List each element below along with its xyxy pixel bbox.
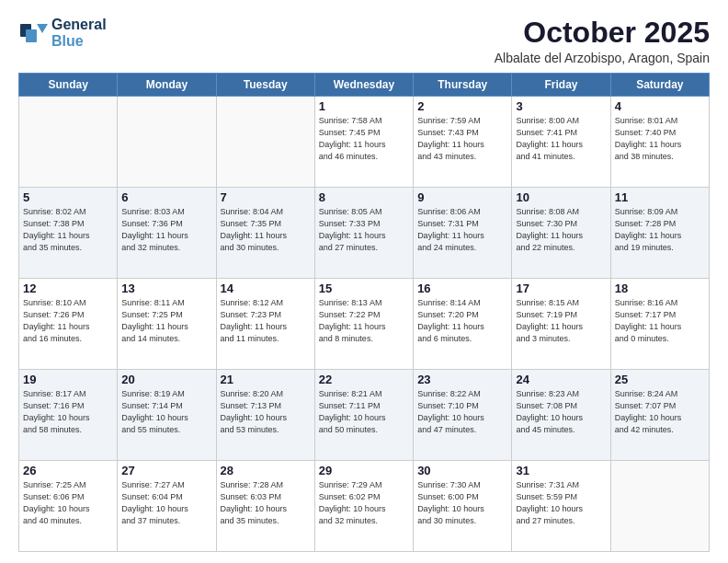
calendar-cell: 2Sunrise: 7:59 AM Sunset: 7:43 PM Daylig… bbox=[414, 97, 512, 188]
day-info: Sunrise: 8:19 AM Sunset: 7:14 PM Dayligh… bbox=[121, 388, 211, 436]
day-info: Sunrise: 8:20 AM Sunset: 7:13 PM Dayligh… bbox=[221, 388, 311, 436]
logo-blue: Blue bbox=[51, 33, 107, 50]
day-number: 17 bbox=[516, 282, 606, 295]
day-number: 4 bbox=[615, 99, 705, 113]
day-info: Sunrise: 7:30 AM Sunset: 6:00 PM Dayligh… bbox=[417, 479, 507, 527]
day-info: Sunrise: 8:00 AM Sunset: 7:41 PM Dayligh… bbox=[516, 115, 606, 163]
calendar-cell: 24Sunrise: 8:23 AM Sunset: 7:08 PM Dayli… bbox=[512, 370, 610, 461]
day-info: Sunrise: 8:10 AM Sunset: 7:26 PM Dayligh… bbox=[23, 297, 113, 345]
day-number: 28 bbox=[221, 464, 311, 477]
day-number: 13 bbox=[121, 282, 211, 295]
day-number: 20 bbox=[121, 373, 211, 386]
calendar-cell: 30Sunrise: 7:30 AM Sunset: 6:00 PM Dayli… bbox=[414, 461, 512, 552]
calendar-cell bbox=[19, 97, 118, 188]
svg-marker-2 bbox=[37, 24, 48, 33]
day-number: 14 bbox=[221, 282, 311, 295]
header-friday: Friday bbox=[512, 74, 610, 97]
day-info: Sunrise: 7:28 AM Sunset: 6:03 PM Dayligh… bbox=[221, 479, 311, 527]
day-number: 22 bbox=[319, 373, 409, 386]
calendar-cell: 9Sunrise: 8:06 AM Sunset: 7:31 PM Daylig… bbox=[414, 188, 512, 279]
calendar-cell: 26Sunrise: 7:25 AM Sunset: 6:06 PM Dayli… bbox=[19, 461, 118, 552]
day-number: 31 bbox=[516, 464, 606, 477]
calendar-cell: 5Sunrise: 8:02 AM Sunset: 7:38 PM Daylig… bbox=[19, 188, 118, 279]
calendar-page: General Blue October 2025 Albalate del A… bbox=[0, 0, 728, 563]
day-info: Sunrise: 8:13 AM Sunset: 7:22 PM Dayligh… bbox=[319, 297, 409, 345]
location: Albalate del Arzobispo, Aragon, Spain bbox=[495, 51, 710, 65]
calendar-cell: 11Sunrise: 8:09 AM Sunset: 7:28 PM Dayli… bbox=[610, 188, 709, 279]
calendar-cell: 19Sunrise: 8:17 AM Sunset: 7:16 PM Dayli… bbox=[19, 370, 118, 461]
day-number: 8 bbox=[319, 190, 409, 204]
day-number: 19 bbox=[23, 373, 113, 386]
header-tuesday: Tuesday bbox=[216, 74, 314, 97]
logo-icon bbox=[18, 20, 48, 46]
logo: General Blue bbox=[18, 17, 107, 49]
day-number: 25 bbox=[615, 373, 705, 386]
calendar-cell: 17Sunrise: 8:15 AM Sunset: 7:19 PM Dayli… bbox=[512, 279, 610, 370]
calendar-cell: 23Sunrise: 8:22 AM Sunset: 7:10 PM Dayli… bbox=[414, 370, 512, 461]
calendar-cell: 28Sunrise: 7:28 AM Sunset: 6:03 PM Dayli… bbox=[216, 461, 314, 552]
day-number: 27 bbox=[121, 464, 211, 477]
day-info: Sunrise: 8:24 AM Sunset: 7:07 PM Dayligh… bbox=[615, 388, 705, 436]
day-info: Sunrise: 8:04 AM Sunset: 7:35 PM Dayligh… bbox=[221, 206, 311, 254]
day-number: 23 bbox=[417, 373, 507, 386]
day-number: 3 bbox=[516, 99, 606, 113]
header-wednesday: Wednesday bbox=[314, 74, 413, 97]
calendar-cell: 7Sunrise: 8:04 AM Sunset: 7:35 PM Daylig… bbox=[216, 188, 314, 279]
calendar-cell: 27Sunrise: 7:27 AM Sunset: 6:04 PM Dayli… bbox=[118, 461, 216, 552]
calendar-cell: 18Sunrise: 8:16 AM Sunset: 7:17 PM Dayli… bbox=[610, 279, 709, 370]
day-info: Sunrise: 8:22 AM Sunset: 7:10 PM Dayligh… bbox=[417, 388, 507, 436]
calendar-cell: 20Sunrise: 8:19 AM Sunset: 7:14 PM Dayli… bbox=[118, 370, 216, 461]
day-info: Sunrise: 7:31 AM Sunset: 5:59 PM Dayligh… bbox=[516, 479, 606, 527]
day-info: Sunrise: 7:27 AM Sunset: 6:04 PM Dayligh… bbox=[121, 479, 211, 527]
day-info: Sunrise: 7:58 AM Sunset: 7:45 PM Dayligh… bbox=[319, 115, 409, 163]
day-number: 24 bbox=[516, 373, 606, 386]
calendar-cell bbox=[118, 97, 216, 188]
day-info: Sunrise: 8:02 AM Sunset: 7:38 PM Dayligh… bbox=[23, 206, 113, 254]
logo-general: General bbox=[51, 17, 107, 33]
day-info: Sunrise: 7:29 AM Sunset: 6:02 PM Dayligh… bbox=[319, 479, 409, 527]
header-thursday: Thursday bbox=[414, 74, 512, 97]
day-number: 1 bbox=[319, 99, 409, 113]
day-info: Sunrise: 8:11 AM Sunset: 7:25 PM Dayligh… bbox=[121, 297, 211, 345]
day-number: 7 bbox=[221, 190, 311, 204]
calendar-cell bbox=[216, 97, 314, 188]
day-info: Sunrise: 8:05 AM Sunset: 7:33 PM Dayligh… bbox=[319, 206, 409, 254]
day-number: 6 bbox=[121, 190, 211, 204]
day-info: Sunrise: 8:03 AM Sunset: 7:36 PM Dayligh… bbox=[121, 206, 211, 254]
day-number: 2 bbox=[417, 99, 507, 113]
calendar-cell: 10Sunrise: 8:08 AM Sunset: 7:30 PM Dayli… bbox=[512, 188, 610, 279]
day-info: Sunrise: 8:17 AM Sunset: 7:16 PM Dayligh… bbox=[23, 388, 113, 436]
calendar-cell: 31Sunrise: 7:31 AM Sunset: 5:59 PM Dayli… bbox=[512, 461, 610, 552]
day-info: Sunrise: 8:14 AM Sunset: 7:20 PM Dayligh… bbox=[417, 297, 507, 345]
calendar-cell: 1Sunrise: 7:58 AM Sunset: 7:45 PM Daylig… bbox=[314, 97, 413, 188]
day-number: 30 bbox=[417, 464, 507, 477]
calendar-cell: 14Sunrise: 8:12 AM Sunset: 7:23 PM Dayli… bbox=[216, 279, 314, 370]
calendar-table: Sunday Monday Tuesday Wednesday Thursday… bbox=[18, 73, 710, 552]
calendar-cell: 8Sunrise: 8:05 AM Sunset: 7:33 PM Daylig… bbox=[314, 188, 413, 279]
calendar-cell: 15Sunrise: 8:13 AM Sunset: 7:22 PM Dayli… bbox=[314, 279, 413, 370]
calendar-cell: 3Sunrise: 8:00 AM Sunset: 7:41 PM Daylig… bbox=[512, 97, 610, 188]
day-number: 12 bbox=[23, 282, 113, 295]
calendar-cell: 22Sunrise: 8:21 AM Sunset: 7:11 PM Dayli… bbox=[314, 370, 413, 461]
calendar-cell bbox=[610, 461, 709, 552]
day-number: 5 bbox=[23, 190, 113, 204]
day-info: Sunrise: 8:15 AM Sunset: 7:19 PM Dayligh… bbox=[516, 297, 606, 345]
calendar-cell: 29Sunrise: 7:29 AM Sunset: 6:02 PM Dayli… bbox=[314, 461, 413, 552]
day-number: 11 bbox=[615, 190, 705, 204]
day-info: Sunrise: 7:25 AM Sunset: 6:06 PM Dayligh… bbox=[23, 479, 113, 527]
day-info: Sunrise: 8:16 AM Sunset: 7:17 PM Dayligh… bbox=[615, 297, 705, 345]
day-info: Sunrise: 8:08 AM Sunset: 7:30 PM Dayligh… bbox=[516, 206, 606, 254]
day-number: 21 bbox=[221, 373, 311, 386]
day-number: 9 bbox=[417, 190, 507, 204]
calendar-cell: 21Sunrise: 8:20 AM Sunset: 7:13 PM Dayli… bbox=[216, 370, 314, 461]
header-monday: Monday bbox=[118, 74, 216, 97]
day-info: Sunrise: 8:12 AM Sunset: 7:23 PM Dayligh… bbox=[221, 297, 311, 345]
day-info: Sunrise: 8:01 AM Sunset: 7:40 PM Dayligh… bbox=[615, 115, 705, 163]
day-info: Sunrise: 8:23 AM Sunset: 7:08 PM Dayligh… bbox=[516, 388, 606, 436]
day-info: Sunrise: 8:09 AM Sunset: 7:28 PM Dayligh… bbox=[615, 206, 705, 254]
day-number: 26 bbox=[23, 464, 113, 477]
calendar-cell: 12Sunrise: 8:10 AM Sunset: 7:26 PM Dayli… bbox=[19, 279, 118, 370]
weekday-header-row: Sunday Monday Tuesday Wednesday Thursday… bbox=[19, 74, 710, 97]
page-header: General Blue October 2025 Albalate del A… bbox=[18, 17, 710, 65]
day-number: 16 bbox=[417, 282, 507, 295]
